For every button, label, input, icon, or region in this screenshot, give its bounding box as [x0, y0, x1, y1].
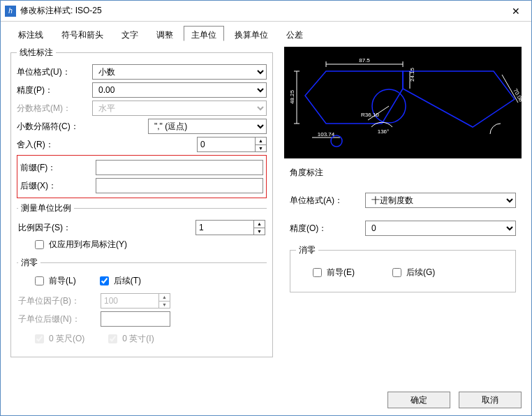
sub-factor-spinner: ▲▼ — [101, 293, 170, 309]
trailing-checkbox[interactable] — [100, 276, 109, 285]
angle-group: 角度标注 单位格式(A)： 十进制度数 精度(O)： 0 — [284, 167, 522, 298]
spin-up[interactable]: ▲ — [256, 138, 266, 145]
angle-leading-checkbox[interactable] — [313, 268, 322, 277]
linear-dim-group: 线性标注 单位格式(U)： 小数 精度(P)： 0.00 — [10, 47, 273, 357]
svg-text:R36.10: R36.10 — [361, 112, 379, 118]
decimal-sep-label: 小数分隔符(C)： — [17, 121, 87, 133]
angle-unit-format-label: 单位格式(A)： — [290, 195, 360, 207]
suppress-legend: 消零 — [18, 257, 40, 269]
apply-layout-checkbox-row: 仅应用到布局标注(Y) — [18, 238, 265, 251]
leading-label: 前导(L) — [49, 275, 76, 287]
apply-layout-label: 仅应用到布局标注(Y) — [49, 239, 127, 251]
trailing-label: 后续(T) — [114, 275, 141, 287]
tab-text[interactable]: 文字 — [114, 26, 146, 41]
angle-trailing-row: 后续(G) — [390, 266, 435, 279]
fraction-format-select: 水平 — [92, 101, 267, 116]
suffix-input[interactable] — [96, 178, 263, 193]
prefix-input[interactable] — [96, 160, 263, 175]
angle-precision-select[interactable]: 0 — [365, 221, 516, 236]
tab-dimlines[interactable]: 标注线 — [10, 26, 51, 41]
precision-label: 精度(P)： — [17, 84, 87, 96]
round-input[interactable] — [198, 138, 255, 151]
sub-factor-input — [101, 294, 158, 308]
prefix-suffix-highlight: 前缀(F)： 后缀(X)： — [17, 155, 267, 198]
tab-tolerance[interactable]: 公差 — [279, 26, 311, 41]
round-label: 舍入(R)： — [17, 139, 87, 151]
inches-checkbox-row: 0 英寸(I) — [105, 332, 154, 346]
tab-bar: 标注线 符号和箭头 文字 调整 主单位 换算单位 公差 — [1, 22, 531, 41]
svg-point-20 — [331, 135, 342, 147]
unit-format-select[interactable]: 小数 — [92, 64, 267, 80]
precision-select[interactable]: 0.00 — [92, 82, 267, 98]
svg-marker-2 — [403, 71, 515, 127]
leading-checkbox[interactable] — [35, 276, 44, 285]
titlebar: h 修改标注样式: ISO-25 ✕ — [1, 1, 531, 22]
content-area: 线性标注 单位格式(U)： 小数 精度(P)： 0.00 — [1, 41, 531, 385]
scale-group: 测量单位比例 比例因子(S)： ▲▼ 仅应用到布局标注(Y) — [17, 202, 267, 254]
trailing-checkbox-row: 后续(T) — [97, 274, 141, 288]
unit-format-label: 单位格式(U)： — [17, 66, 87, 78]
ok-button[interactable]: 确定 — [387, 392, 450, 408]
feet-checkbox — [35, 334, 44, 343]
angle-precision-label: 精度(O)： — [290, 223, 360, 235]
scale-legend: 测量单位比例 — [18, 202, 74, 214]
sub-suffix-label: 子单位后缀(N)： — [18, 313, 95, 325]
fraction-format-label: 分数格式(M)： — [17, 103, 87, 114]
suffix-label: 后缀(X)： — [20, 180, 90, 192]
angle-trailing-label: 后续(G) — [406, 267, 435, 278]
scale-factor-input[interactable] — [196, 221, 253, 235]
dialog-buttons: 确定 取消 — [1, 385, 531, 415]
spin-up[interactable]: ▲ — [254, 221, 265, 228]
round-spinner[interactable]: ▲▼ — [197, 137, 267, 152]
decimal-sep-select[interactable]: "," (逗点) — [148, 119, 267, 134]
scale-factor-spinner[interactable]: ▲▼ — [195, 220, 265, 235]
scale-factor-label: 比例因子(S)： — [18, 222, 95, 234]
window-title: 修改标注样式: ISO-25 — [20, 5, 501, 17]
svg-text:87.5: 87.5 — [359, 57, 370, 64]
tab-primary-units[interactable]: 主单位 — [184, 26, 224, 41]
tab-symbols[interactable]: 符号和箭头 — [54, 26, 111, 41]
svg-text:136°: 136° — [378, 128, 390, 135]
linear-legend: 线性标注 — [17, 47, 56, 59]
app-icon: h — [5, 6, 16, 17]
angle-suppress-legend: 消零 — [296, 244, 318, 256]
close-button[interactable]: ✕ — [501, 1, 531, 22]
tab-fit[interactable]: 调整 — [149, 26, 181, 41]
feet-checkbox-row: 0 英尺(O) — [32, 332, 84, 346]
sub-suffix-input — [101, 311, 170, 327]
angle-leading-label: 前导(E) — [327, 267, 355, 278]
svg-text:24.15: 24.15 — [409, 67, 415, 82]
svg-text:48.25: 48.25 — [289, 89, 295, 104]
cancel-button[interactable]: 取消 — [459, 392, 522, 408]
tab-alt-units[interactable]: 换算单位 — [227, 26, 276, 41]
inches-label: 0 英寸(I) — [122, 333, 154, 345]
angle-suppress-group: 消零 前导(E) 后续(G) — [290, 244, 516, 292]
prefix-label: 前缀(F)： — [20, 162, 90, 174]
dialog-window: h 修改标注样式: ISO-25 ✕ 标注线 符号和箭头 文字 调整 主单位 换… — [0, 0, 532, 416]
inches-checkbox — [108, 334, 117, 343]
suppress-group: 消零 前导(L) 后续(T) 子单位因子(B)： — [17, 257, 267, 351]
spin-down[interactable]: ▼ — [256, 145, 266, 152]
preview-panel: 87.5 48.25 24.15 70.08 103.74 R36.10 136… — [284, 47, 522, 158]
svg-marker-0 — [305, 71, 403, 124]
apply-layout-checkbox[interactable] — [35, 240, 44, 249]
angle-legend: 角度标注 — [290, 167, 323, 179]
feet-label: 0 英尺(O) — [49, 333, 84, 345]
spin-down[interactable]: ▼ — [254, 228, 265, 235]
leading-checkbox-row: 前导(L) — [32, 274, 76, 288]
angle-leading-row: 前导(E) — [310, 266, 355, 279]
sub-factor-label: 子单位因子(B)： — [18, 295, 95, 307]
angle-trailing-checkbox[interactable] — [392, 268, 401, 277]
angle-unit-format-select[interactable]: 十进制度数 — [365, 193, 516, 208]
